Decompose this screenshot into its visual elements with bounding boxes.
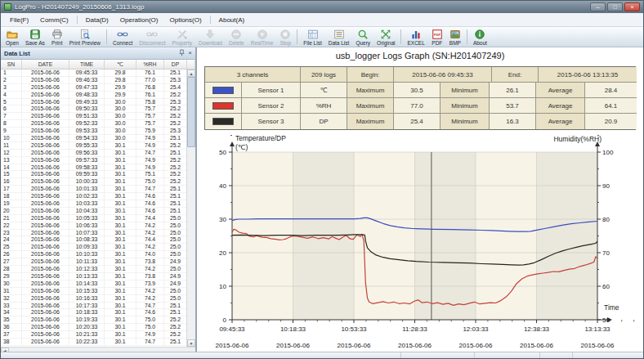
menu-item-optionso[interactable]: Options(O) <box>163 15 207 25</box>
table-row[interactable]: 322015-06-0610:16:3330.174.225.0 <box>1 295 186 303</box>
toolbar-button-bmp[interactable]: BMP <box>446 27 464 47</box>
table-row[interactable]: 382015-06-0610:22:3330.174.725.1 <box>1 339 186 346</box>
column-header[interactable]: DP <box>164 60 187 69</box>
channels-count: 3 channels <box>205 67 301 83</box>
table-row[interactable]: 162015-06-0610:00:3330.175.025.2 <box>1 178 186 186</box>
toolbar-button-save-as[interactable]: Save As <box>22 27 48 47</box>
toolbar-button-property[interactable]: Property <box>168 27 195 47</box>
toolbar-button-download[interactable]: Download <box>195 27 226 47</box>
toolbar-button-realtime[interactable]: RealTime <box>248 27 277 47</box>
table-row[interactable]: 272015-06-0610:11:3330.173.824.9 <box>1 258 186 266</box>
toolbar-button-connect[interactable]: Connect <box>110 27 136 47</box>
table-cell: 25.0 <box>164 295 186 303</box>
table-row[interactable]: 22015-06-0609:46:3329.877.025.3 <box>1 77 186 84</box>
toolbar-button-file-list[interactable]: File List <box>300 27 324 47</box>
table-row[interactable]: 232015-06-0610:07:3330.174.225.0 <box>1 230 186 237</box>
table-row[interactable]: 102015-06-0609:54:3330.074.925.1 <box>1 135 186 142</box>
column-header[interactable]: %RH <box>136 60 164 69</box>
menu-item-abouta[interactable]: About(A) <box>213 15 251 25</box>
table-row[interactable]: 262015-06-0610:10:3330.174.025.0 <box>1 251 186 258</box>
table-row[interactable]: 82015-06-0609:52:3330.075.725.2 <box>1 120 186 128</box>
table-row[interactable]: 32015-06-0609:47:3329.976.825.4 <box>1 84 186 92</box>
table-cell: 25.2 <box>164 171 186 178</box>
column-header[interactable]: TIME <box>69 60 105 69</box>
table-row[interactable]: 152015-06-0609:59:3330.175.125.2 <box>1 171 186 178</box>
table-row[interactable]: 352015-06-0610:19:3330.175.025.2 <box>1 316 186 324</box>
table-row[interactable]: 62015-06-0609:50:3330.075.725.2 <box>1 105 186 113</box>
table-row[interactable]: 222015-06-0610:06:3330.174.225.0 <box>1 222 186 230</box>
table-row[interactable]: 52015-06-0609:49:3330.075.825.3 <box>1 99 186 106</box>
table-row[interactable]: 282015-06-0610:12:3330.174.225.0 <box>1 266 186 273</box>
table-row[interactable]: 182015-06-0610:02:3330.174.625.1 <box>1 193 186 200</box>
maximize-button[interactable]: □ <box>607 2 623 11</box>
column-header[interactable]: SN <box>1 60 22 69</box>
table-cell: 2015-06-06 <box>22 288 69 295</box>
toolbar-button-print[interactable]: Print <box>48 27 66 47</box>
table-row[interactable]: 202015-06-0610:04:3330.174.625.1 <box>1 208 186 215</box>
minimize-button[interactable]: – <box>590 2 606 11</box>
table-row[interactable]: 12015-06-0609:45:3329.876.125.1 <box>1 70 186 77</box>
x-axis-time-label: 12:38:33 <box>524 325 550 333</box>
data-list-column-headers[interactable]: SNDATETIME℃%RHDP <box>1 60 195 70</box>
toolbar-button-disconnect[interactable]: Disconnect <box>136 27 168 47</box>
column-header[interactable]: ℃ <box>105 60 136 69</box>
vertical-scrollbar[interactable]: ▲ ▼ <box>186 70 195 347</box>
table-row[interactable]: 302015-06-0610:14:3330.173.924.9 <box>1 280 186 288</box>
menu-item-operationo[interactable]: Operation(O) <box>114 15 164 25</box>
scroll-up-icon[interactable]: ▲ <box>187 70 195 77</box>
menu-item-filef[interactable]: File(F) <box>4 15 34 25</box>
table-row[interactable]: 292015-06-0610:13:3330.173.824.9 <box>1 273 186 280</box>
table-row[interactable]: 362015-06-0610:20:3330.175.025.2 <box>1 324 186 331</box>
toolbar-button-query[interactable]: Query <box>352 27 373 47</box>
table-row[interactable]: 72015-06-0609:51:3330.075.725.2 <box>1 113 186 120</box>
left-axis-tick-label: 0 <box>223 316 227 324</box>
table-row[interactable]: 42015-06-0609:48:3329.976.125.2 <box>1 92 186 99</box>
table-row[interactable]: 252015-06-0610:09:3330.174.225.0 <box>1 244 186 251</box>
table-row[interactable]: 372015-06-0610:21:3330.174.925.2 <box>1 331 186 339</box>
table-row[interactable]: 92015-06-0609:53:3330.075.925.3 <box>1 128 186 135</box>
toolbar-button-data-list[interactable]: Data List <box>325 27 353 47</box>
table-cell: 24.9 <box>164 258 186 266</box>
table-row[interactable]: 332015-06-0610:17:3330.174.725.1 <box>1 303 186 310</box>
data-list-panel-header[interactable]: Data List × <box>1 47 195 60</box>
toolbar-button-print-preview[interactable]: Print Preview <box>66 27 104 47</box>
table-cell: 18 <box>1 193 22 200</box>
logs-graph-chart[interactable]: 010203040506070809010009:45:332015-06-06… <box>197 133 643 353</box>
title-bar[interactable]: LogPro - H201407249_20150606_1313.logp –… <box>1 1 643 13</box>
minimum-value: 26.1 <box>490 83 536 98</box>
toolbar-separator <box>467 29 467 44</box>
toolbar-button-open[interactable]: Open <box>2 27 22 47</box>
scroll-down-icon[interactable]: ▼ <box>187 339 195 347</box>
table-row[interactable]: 122015-06-0609:56:3330.174.725.1 <box>1 150 186 157</box>
toolbar-button-about[interactable]: About <box>470 27 490 47</box>
pin-icon[interactable] <box>179 49 185 58</box>
minimum-value: 16.3 <box>490 114 536 129</box>
toolbar-button-original[interactable]: Original <box>373 27 398 47</box>
table-row[interactable]: 192015-06-0610:03:3330.174.625.1 <box>1 200 186 208</box>
toolbar-button-delete[interactable]: Delete <box>226 27 248 47</box>
table-row[interactable]: 242015-06-0610:08:3330.174.425.0 <box>1 236 186 244</box>
table-row[interactable]: 142015-06-0609:58:3330.174.925.2 <box>1 164 186 172</box>
table-cell: 10:18:33 <box>69 309 105 316</box>
scrollbar-thumb[interactable] <box>187 77 195 147</box>
x-axis-date-label: 2015-06-06 <box>581 342 615 349</box>
close-button[interactable]: × <box>624 2 640 11</box>
column-header[interactable] <box>187 60 195 69</box>
menu-item-datad[interactable]: Data(D) <box>80 15 114 25</box>
table-row[interactable]: 312015-06-0610:15:3330.174.225.0 <box>1 288 186 295</box>
table-row[interactable]: 342015-06-0610:18:3330.174.625.1 <box>1 309 186 316</box>
table-row[interactable]: 212015-06-0610:05:3330.174.425.0 <box>1 215 186 222</box>
toolbar-button-stop[interactable]: Stop <box>276 27 294 47</box>
table-row[interactable]: 112015-06-0609:55:3330.174.925.2 <box>1 142 186 150</box>
menu-item-commc[interactable]: Comm(C) <box>34 15 74 25</box>
toolbar-button-pdf[interactable]: PDFPDF <box>428 27 446 47</box>
column-header[interactable]: DATE <box>22 60 69 69</box>
panel-close-icon[interactable]: × <box>188 50 192 56</box>
table-row[interactable]: 132015-06-0609:57:3330.174.925.2 <box>1 157 186 164</box>
table-cell: 29.9 <box>105 92 136 99</box>
toolbar-button-excel[interactable]: EXCEL <box>404 27 427 47</box>
table-cell: 6 <box>1 105 22 113</box>
average-value: 64.1 <box>585 98 637 114</box>
table-cell: 38 <box>1 339 22 346</box>
table-row[interactable]: 172015-06-0610:01:3330.174.725.1 <box>1 186 186 193</box>
